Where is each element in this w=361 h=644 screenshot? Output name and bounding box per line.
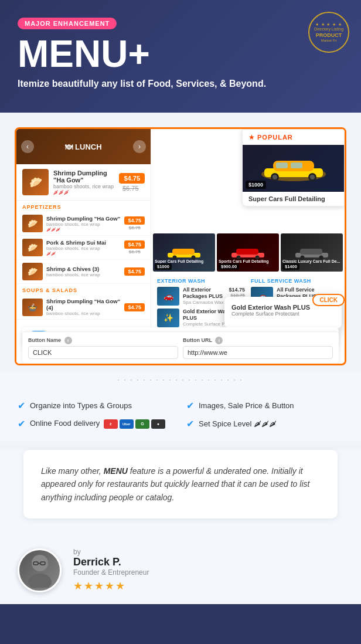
featured-image: 🥟 (22, 169, 49, 195)
svg-rect-7 (276, 162, 288, 168)
menu-item-price: $4.75 (124, 240, 145, 249)
lunch-icon: 🍽 (65, 143, 73, 151)
orange-frame: ‹ 🍽 LUNCH › 🥟 Shrimp Dumpling "Ha Gow" b… (15, 127, 346, 365)
featured-desc: bamboo shoots, rice wrap (53, 184, 116, 189)
nav-next-button[interactable]: › (133, 140, 146, 153)
button-url-input[interactable] (183, 346, 333, 359)
section-title-appetizers: APPETIZERS (16, 201, 151, 212)
full-wash-title: FULL SERVICE WASH (251, 278, 339, 284)
feature-text: Set Spice Level 🌶🌶🌶 (199, 419, 277, 428)
menu-item-desc: bamboo shoots, rice wrap (46, 311, 124, 316)
car-thumb: Super Cars Full Detailing $1000 (153, 233, 215, 272)
check-icon: ✔ (186, 418, 194, 429)
delivery-badges: z Uber G ● (104, 419, 165, 429)
button-url-info-icon: i (215, 337, 223, 344)
featured-pricing: $4.75 $6.75 (116, 173, 145, 192)
section-title-soups: SOUPS & SALADS (16, 284, 151, 295)
featured-info: Shrimp Dumpling "Ha Gow" bamboo shoots, … (53, 170, 116, 195)
badge-line3: Market Fit (321, 39, 337, 42)
car-thumb-svg (230, 246, 265, 260)
wash-price: $14.75 (229, 287, 245, 293)
author-by: by (73, 548, 149, 556)
testimonial-text: Like many other, MENU feature is a power… (41, 465, 320, 504)
author-name: Derrick P. (73, 556, 149, 568)
svg-point-16 (256, 255, 260, 259)
svg-point-11 (173, 255, 177, 259)
popular-label: POPULAR (257, 134, 293, 141)
badge-stars: ★ ★ ★ ★ ★ (315, 22, 343, 27)
popular-card: ★ POPULAR (242, 129, 345, 206)
menu-item-info: Shrimp & Chives (3) bamboo shoots, rice … (46, 266, 124, 277)
wash-item-img: 🚗 (157, 287, 179, 306)
lunch-header: ‹ 🍽 LUNCH › (16, 129, 151, 164)
car-thumb-svg (166, 246, 202, 260)
menu-item-pricing: $4.75 (124, 267, 145, 276)
menu-item-img: 🍲 (22, 299, 43, 316)
avatar-svg (25, 553, 55, 588)
svg-rect-18 (300, 249, 322, 255)
svg-point-15 (237, 255, 241, 259)
button-name-input[interactable] (28, 346, 178, 359)
menu-item-img: 🥟 (22, 215, 43, 232)
menu-item-name: Pork & Shrimp Sui Mai (46, 239, 124, 246)
nav-prev-button[interactable]: ‹ (21, 140, 34, 153)
major-badge: MAJOR ENHANCEMENT (18, 18, 117, 29)
badge-line2: PRODUCT (316, 32, 342, 39)
popular-header: ★ POPULAR (243, 130, 344, 145)
features-grid: ✔ Organize into Types & Groups ✔ Images,… (18, 400, 343, 429)
features-section: ✔ Organize into Types & Groups ✔ Images,… (0, 388, 361, 441)
author-info: by Derrick P. Founder & Entrepreneur ★★★… (73, 548, 149, 592)
popular-car-image: $1000 (243, 145, 344, 192)
zomato-badge: z (104, 419, 118, 429)
car-thumb-price: $900.00 (219, 263, 239, 270)
menu-item-desc: bamboo shoots, rice wrap (46, 246, 124, 251)
badge-line1: Directory Listing (314, 27, 343, 32)
svg-rect-10 (172, 249, 195, 255)
grubhub-badge: G (135, 419, 149, 429)
menu-item-desc: bamboo shoots, rice wrap (46, 222, 124, 227)
menu-item-pricing: $4.75 (124, 303, 145, 311)
car-grid: Super Cars Full Detailing $1000 Sports C… (151, 232, 345, 273)
menu-item-info: Shrimp Dumpling "Ha Gow" bamboo shoots, … (46, 215, 124, 232)
menu-item-spice: 🌶🌶🌶 (46, 227, 124, 232)
svg-rect-8 (291, 162, 302, 168)
wash-item-desc: Spa Carnauba Wax (183, 300, 225, 305)
check-icon: ✔ (18, 418, 25, 429)
car-thumb: Classic Luxury Cars Full De... $1400 (281, 233, 343, 272)
button-name-label: Button Name i (28, 337, 178, 344)
demo-container: ‹ 🍽 LUNCH › 🥟 Shrimp Dumpling "Ha Gow" b… (0, 113, 361, 604)
car-thumb-price: $1000 (155, 263, 172, 270)
car-thumb-label: Sports Cars Full Detailing (219, 259, 277, 263)
featured-old-price: $6.75 (116, 185, 145, 192)
popular-star-icon: ★ (248, 133, 255, 141)
wash-item-info: All Exterior Packages PLUS Spa Carnauba … (183, 287, 225, 305)
menu-item: 🥟 Pork & Shrimp Sui Mai bamboo shoots, r… (16, 236, 151, 260)
car-thumb-svg (294, 246, 329, 260)
popup-overlay: Gold Exterior Wash PLUS Complete Surface… (224, 297, 342, 328)
svg-point-12 (192, 255, 196, 259)
product-badge: ★ ★ ★ ★ ★ Directory Listing PRODUCT Mark… (308, 12, 349, 53)
menu-item-pricing: $4.75 $6.75 (124, 216, 145, 231)
header-section: MAJOR ENHANCEMENT ★ ★ ★ ★ ★ Directory Li… (0, 0, 361, 113)
check-icon: ✔ (186, 400, 194, 411)
click-badge[interactable]: CLICK (312, 294, 345, 306)
lunch-title: 🍽 LUNCH (65, 143, 101, 151)
menu-item: 🥟 Shrimp Dumpling "Ha Gow" bamboo shoots… (16, 212, 151, 236)
button-url-group: Button URL i (183, 337, 333, 359)
author-section: by Derrick P. Founder & Entrepreneur ★★★… (0, 536, 361, 604)
testimonial-section: Like many other, MENU feature is a power… (23, 450, 338, 518)
car-thumb: Sports Cars Full Detailing $900.00 (217, 233, 279, 272)
svg-point-19 (301, 255, 305, 259)
demo-inner: ‹ 🍽 LUNCH › 🥟 Shrimp Dumpling "Ha Gow" b… (0, 113, 361, 365)
input-row: Button Name i Button URL i (22, 331, 339, 364)
feature-item: ✔ Online Food delivery z Uber G ● (18, 418, 175, 429)
button-name-info-icon: i (64, 337, 72, 344)
menu-item-name: Shrimp Dumpling "Ha Gow" (46, 215, 124, 222)
menu-item-spice: 🌶🌶 (46, 251, 124, 256)
popular-car-title: Super Cars Full Detailing (243, 192, 344, 206)
check-icon: ✔ (18, 400, 25, 411)
menu-item-img: 🥟 (22, 263, 43, 280)
feature-text: Images, Sale Price & Button (199, 401, 294, 410)
menu-item-price: $4.75 (124, 216, 145, 225)
menu-item: 🥟 Shrimp & Chives (3) bamboo shoots, ric… (16, 260, 151, 284)
